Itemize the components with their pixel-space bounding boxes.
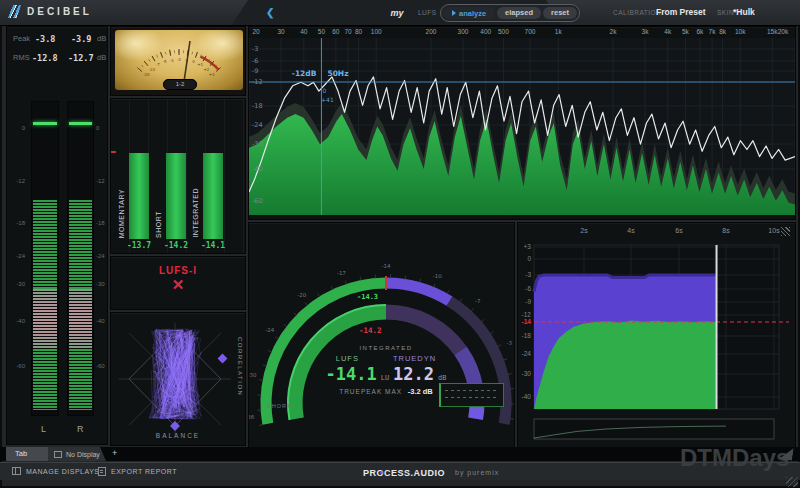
calibration-value[interactable]: From Preset [656,7,706,17]
preset-prev-button[interactable]: ❮ [266,7,274,18]
truepeak-max-label: TRUEPEAK MAX [339,388,402,395]
loudness-bars-panel: MOMENTARY-13.7SHORT-14.2INTEGRATED-14.1 [110,98,246,254]
peak-right-value: -3.9 [71,34,91,44]
lufs-section-label: LUFS [418,9,437,16]
peak-hold-right [69,122,92,125]
bar-value: -14.2 [159,241,193,250]
spectrum-plot[interactable]: -3-6-9-12-18-24-30-40-60-12dB50Hz0+41 [249,38,795,215]
add-display-button[interactable]: + [112,448,117,458]
svg-text:-20: -20 [297,292,306,298]
frequency-tick-label: 20 [244,28,268,35]
logo-purple-dot [380,471,383,474]
svg-text:-7: -7 [156,62,160,67]
peak-hold-left [33,122,57,125]
svg-text:-20: -20 [143,72,150,77]
meter-tick-label: -30 [9,281,25,287]
analyze-button[interactable]: analyze [443,7,495,19]
bar-label: SHORT [155,211,162,238]
svg-text:-10: -10 [148,67,155,72]
meter-tick-label: 0 [96,125,99,131]
frequency-tick-label: 300 [451,28,475,35]
frequency-tick-label: 30 [269,28,293,35]
lufs-unit: LU [381,374,389,382]
transport-controls: analyze elapsed reset [440,4,580,22]
svg-text:-2: -2 [177,57,181,62]
resize-grip[interactable] [786,477,798,487]
tab-no-display-label: No Display [66,451,100,458]
svg-text:0: 0 [323,87,327,94]
skin-label: SKIN [717,9,734,16]
peak-label: Peak [13,34,30,43]
svg-text:-30: -30 [252,140,263,148]
tab-active[interactable]: Tab [6,447,48,461]
meter-tick-label: -12 [9,178,25,184]
skin-value[interactable]: *Hulk [733,7,755,17]
frequency-tick-label: 2k [601,28,625,35]
manage-displays-button[interactable]: MANAGE DISPLAYS [12,467,100,475]
export-report-label: EXPORT REPORT [111,468,177,475]
tab-no-display[interactable]: No Display [48,447,106,461]
peak-left-value: -3.8 [35,34,55,44]
gauge-short-value: -14.2 [359,326,382,335]
svg-text:-6: -6 [252,57,258,65]
lufs-compliance-panel[interactable]: LUFS-I ✕ [110,256,246,310]
loudness-history-panel: 2s4s6s8s10s +30-3-6-9-12-18-24-30-40 -14 [517,222,796,450]
right-channel-label: R [77,424,84,434]
svg-text:-3: -3 [506,340,512,346]
frequency-tick-label: 20k [771,28,795,35]
reset-button[interactable]: reset [543,7,577,19]
level-meters-panel: Peak -3.8 -3.9 dB RMS -12.8 -12.7 dB 00-… [6,26,108,445]
svg-text:-30: -30 [249,372,257,378]
gate-indicator-box [439,383,504,407]
rms-right-value: -12.7 [68,53,94,63]
goniometer-scope [111,313,245,445]
gauge-arc-value: -14.3 [357,293,378,301]
frequency-tick-label: 200 [419,28,443,35]
lufs-label: LUFS [336,354,359,363]
svg-text:-40: -40 [252,165,263,173]
svg-text:-9: -9 [252,67,258,75]
loudness-bar-integrated [203,153,223,239]
app-title: DECIBEL [27,6,92,17]
vu-channel-badge[interactable]: 1-2 [163,79,197,90]
loudness-bar-short [166,153,186,239]
play-icon [452,10,456,16]
spectrum-analyzer-panel: 203040506070801002003004005007001k2k3k4k… [248,26,796,220]
loudness-bar-momentary [129,153,149,239]
meter-tick-label: -40 [9,318,25,324]
svg-text:50Hz: 50Hz [327,69,348,78]
integrated-label: INTEGRATED [286,345,486,351]
meter-tick-label: -24 [9,253,25,259]
left-channel-label: L [41,424,46,434]
meter-tick-label: -30 [96,281,105,287]
decibel-plugin-window: DECIBEL ❮ my ❯ LUFS analyze elapsed rese… [0,0,800,488]
preset-name[interactable]: my [390,8,403,18]
lufs-integrated-value: -14.1 [325,364,376,384]
app-logo: DECIBEL [8,5,92,18]
meter-tick-label: -18 [96,220,105,226]
calibration-label: CALIBRATION [613,9,661,16]
meter-tick-label: -40 [96,318,105,324]
meter-tick-label: -60 [9,363,25,369]
decibel-logo-icon [8,5,21,18]
puremix-byline: by puremix [455,469,499,476]
manage-displays-label: MANAGE DISPLAYS [26,468,100,475]
meter-tick-label: -12 [96,178,105,184]
elapsed-button[interactable]: elapsed [497,7,541,19]
meter-tick-label: 0 [9,125,25,131]
frequency-tick-label: 100 [364,28,388,35]
rms-unit: dB [97,53,106,62]
history-plot[interactable] [518,223,795,449]
truedyn-unit: dB [438,374,446,382]
svg-text:-10: -10 [433,273,442,279]
compliance-label: LUFS-I [111,265,245,276]
bar-label: MOMENTARY [118,189,125,238]
rms-label: RMS [13,53,30,62]
export-report-button[interactable]: EXPORT REPORT [98,467,177,476]
vu-meter-panel: -20-10-7-5-3-2-10+1+2+3 1-2 [110,26,246,96]
svg-text:-5: -5 [163,59,167,64]
displays-grid-icon [12,467,21,475]
svg-text:-3: -3 [170,58,174,63]
analyze-label: analyze [459,9,486,18]
peak-unit: dB [97,34,106,43]
